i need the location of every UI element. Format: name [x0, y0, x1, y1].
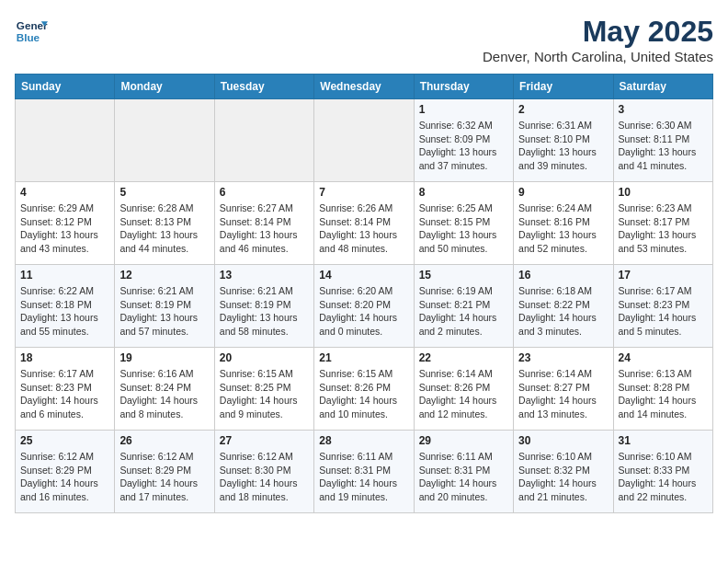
day-info: Sunrise: 6:24 AM Sunset: 8:16 PM Dayligh… [518, 201, 608, 256]
calendar-cell: 9Sunrise: 6:24 AM Sunset: 8:16 PM Daylig… [514, 182, 613, 265]
day-number: 14 [319, 269, 408, 282]
day-info: Sunrise: 6:14 AM Sunset: 8:27 PM Dayligh… [518, 367, 608, 421]
week-row-3: 11Sunrise: 6:22 AM Sunset: 8:18 PM Dayli… [16, 265, 713, 348]
day-number: 22 [419, 351, 508, 364]
day-info: Sunrise: 6:13 AM Sunset: 8:28 PM Dayligh… [619, 367, 708, 421]
header-wednesday: Wednesday [314, 75, 414, 99]
day-number: 29 [419, 434, 508, 447]
day-number: 28 [319, 434, 408, 447]
svg-text:Blue: Blue [17, 31, 40, 43]
day-info: Sunrise: 6:12 AM Sunset: 8:29 PM Dayligh… [119, 450, 209, 504]
day-number: 16 [518, 269, 608, 282]
calendar-cell: 22Sunrise: 6:14 AM Sunset: 8:26 PM Dayli… [414, 348, 513, 431]
day-number: 6 [220, 186, 309, 199]
day-number: 12 [119, 269, 209, 282]
calendar-cell: 30Sunrise: 6:10 AM Sunset: 8:32 PM Dayli… [514, 431, 613, 513]
day-number: 18 [20, 351, 109, 364]
day-info: Sunrise: 6:12 AM Sunset: 8:29 PM Dayligh… [20, 450, 109, 504]
day-number: 7 [319, 186, 408, 199]
header-tuesday: Tuesday [214, 75, 313, 99]
week-row-2: 4Sunrise: 6:29 AM Sunset: 8:12 PM Daylig… [16, 182, 713, 265]
day-info: Sunrise: 6:12 AM Sunset: 8:30 PM Dayligh… [220, 450, 309, 504]
day-number: 24 [619, 351, 708, 364]
day-number: 2 [518, 103, 608, 116]
day-number: 20 [220, 351, 309, 364]
day-number: 17 [619, 269, 708, 282]
day-number: 13 [220, 269, 309, 282]
calendar-cell: 31Sunrise: 6:10 AM Sunset: 8:33 PM Dayli… [613, 431, 712, 513]
calendar-cell: 28Sunrise: 6:11 AM Sunset: 8:31 PM Dayli… [314, 431, 414, 513]
calendar-subtitle: Denver, North Carolina, United States [483, 49, 713, 64]
day-number: 25 [20, 434, 109, 447]
calendar-cell: 26Sunrise: 6:12 AM Sunset: 8:29 PM Dayli… [115, 431, 214, 513]
header-monday: Monday [115, 75, 214, 99]
days-header-row: Sunday Monday Tuesday Wednesday Thursday… [16, 75, 713, 99]
calendar-title: May 2025 [483, 15, 713, 49]
day-number: 5 [119, 186, 209, 199]
day-info: Sunrise: 6:11 AM Sunset: 8:31 PM Dayligh… [419, 450, 508, 504]
day-info: Sunrise: 6:29 AM Sunset: 8:12 PM Dayligh… [20, 201, 109, 256]
day-info: Sunrise: 6:11 AM Sunset: 8:31 PM Dayligh… [319, 450, 408, 504]
calendar-cell: 8Sunrise: 6:25 AM Sunset: 8:15 PM Daylig… [414, 182, 513, 265]
day-number: 27 [220, 434, 309, 447]
calendar-cell: 18Sunrise: 6:17 AM Sunset: 8:23 PM Dayli… [16, 348, 115, 431]
day-info: Sunrise: 6:16 AM Sunset: 8:24 PM Dayligh… [119, 367, 209, 421]
day-info: Sunrise: 6:32 AM Sunset: 8:09 PM Dayligh… [419, 119, 508, 173]
logo-icon: General Blue [15, 15, 48, 48]
calendar-cell: 4Sunrise: 6:29 AM Sunset: 8:12 PM Daylig… [16, 182, 115, 265]
calendar-cell: 17Sunrise: 6:17 AM Sunset: 8:23 PM Dayli… [613, 265, 712, 348]
calendar-cell: 21Sunrise: 6:15 AM Sunset: 8:26 PM Dayli… [314, 348, 414, 431]
week-row-5: 25Sunrise: 6:12 AM Sunset: 8:29 PM Dayli… [16, 431, 713, 513]
header-sunday: Sunday [16, 75, 115, 99]
calendar-cell: 13Sunrise: 6:21 AM Sunset: 8:19 PM Dayli… [214, 265, 313, 348]
day-number: 26 [119, 434, 209, 447]
title-area: May 2025 Denver, North Carolina, United … [483, 15, 713, 64]
day-info: Sunrise: 6:21 AM Sunset: 8:19 PM Dayligh… [220, 284, 309, 339]
calendar-cell: 15Sunrise: 6:19 AM Sunset: 8:21 PM Dayli… [414, 265, 513, 348]
week-row-1: 1Sunrise: 6:32 AM Sunset: 8:09 PM Daylig… [16, 99, 713, 182]
header-thursday: Thursday [414, 75, 513, 99]
calendar-cell [214, 99, 313, 182]
calendar-cell [115, 99, 214, 182]
day-info: Sunrise: 6:22 AM Sunset: 8:18 PM Dayligh… [20, 284, 109, 339]
calendar-cell: 5Sunrise: 6:28 AM Sunset: 8:13 PM Daylig… [115, 182, 214, 265]
svg-text:General: General [17, 19, 48, 31]
day-number: 11 [20, 269, 109, 282]
header: General Blue May 2025 Denver, North Caro… [15, 15, 713, 64]
day-info: Sunrise: 6:30 AM Sunset: 8:11 PM Dayligh… [619, 119, 708, 173]
day-info: Sunrise: 6:10 AM Sunset: 8:32 PM Dayligh… [518, 450, 608, 504]
day-number: 3 [619, 103, 708, 116]
day-number: 10 [619, 186, 708, 199]
calendar-cell: 20Sunrise: 6:15 AM Sunset: 8:25 PM Dayli… [214, 348, 313, 431]
day-number: 1 [419, 103, 508, 116]
day-number: 9 [518, 186, 608, 199]
calendar-cell: 16Sunrise: 6:18 AM Sunset: 8:22 PM Dayli… [514, 265, 613, 348]
calendar-cell: 27Sunrise: 6:12 AM Sunset: 8:30 PM Dayli… [214, 431, 313, 513]
day-info: Sunrise: 6:19 AM Sunset: 8:21 PM Dayligh… [419, 284, 508, 339]
calendar-cell: 7Sunrise: 6:26 AM Sunset: 8:14 PM Daylig… [314, 182, 414, 265]
day-number: 15 [419, 269, 508, 282]
calendar-cell: 2Sunrise: 6:31 AM Sunset: 8:10 PM Daylig… [514, 99, 613, 182]
calendar-cell [314, 99, 414, 182]
header-friday: Friday [514, 75, 613, 99]
day-number: 31 [619, 434, 708, 447]
day-number: 8 [419, 186, 508, 199]
calendar-cell: 23Sunrise: 6:14 AM Sunset: 8:27 PM Dayli… [514, 348, 613, 431]
calendar-cell: 11Sunrise: 6:22 AM Sunset: 8:18 PM Dayli… [16, 265, 115, 348]
calendar-cell: 10Sunrise: 6:23 AM Sunset: 8:17 PM Dayli… [613, 182, 712, 265]
day-number: 19 [119, 351, 209, 364]
calendar-cell: 14Sunrise: 6:20 AM Sunset: 8:20 PM Dayli… [314, 265, 414, 348]
header-saturday: Saturday [613, 75, 712, 99]
day-info: Sunrise: 6:25 AM Sunset: 8:15 PM Dayligh… [419, 201, 508, 256]
calendar-cell: 19Sunrise: 6:16 AM Sunset: 8:24 PM Dayli… [115, 348, 214, 431]
day-info: Sunrise: 6:17 AM Sunset: 8:23 PM Dayligh… [20, 367, 109, 421]
day-number: 21 [319, 351, 408, 364]
calendar-table: Sunday Monday Tuesday Wednesday Thursday… [15, 74, 713, 513]
day-info: Sunrise: 6:28 AM Sunset: 8:13 PM Dayligh… [119, 201, 209, 256]
calendar-cell: 3Sunrise: 6:30 AM Sunset: 8:11 PM Daylig… [613, 99, 712, 182]
day-info: Sunrise: 6:17 AM Sunset: 8:23 PM Dayligh… [619, 284, 708, 339]
day-number: 23 [518, 351, 608, 364]
day-number: 30 [518, 434, 608, 447]
week-row-4: 18Sunrise: 6:17 AM Sunset: 8:23 PM Dayli… [16, 348, 713, 431]
calendar-cell [16, 99, 115, 182]
